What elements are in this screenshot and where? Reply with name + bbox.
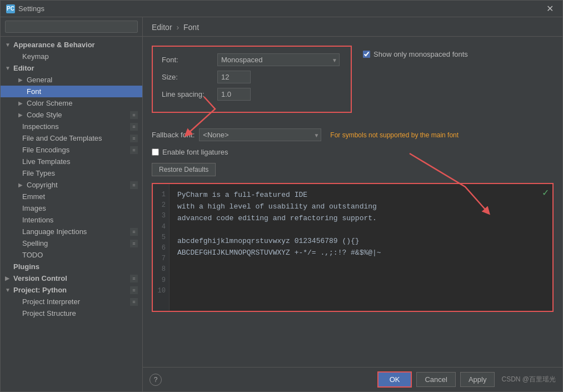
font-settings-box: Font: ▼ Size: Line s [152,46,352,113]
title-bar: PC Settings ✕ [1,1,562,17]
sidebar-item-project-python[interactable]: Project: Python ≡ [1,284,142,296]
sidebar-item-inspections[interactable]: Inspections ≡ [1,121,142,132]
badge-icon: ≡ [130,111,138,119]
preview-line-5: abcdefghijklmnopqrstuvwxyz 0123456789 ()… [177,236,548,247]
main-content: Q▾ Appearance & Behavior Keymap Editor [1,17,562,391]
arrow-icon [18,182,25,188]
window-title: Settings [18,4,543,13]
sidebar-item-project-interpreter[interactable]: Project Interpreter ≡ [1,296,142,307]
preview-box: 1 2 3 4 5 6 7 8 9 10 PyCharm is a [152,183,554,312]
sidebar-item-editor[interactable]: Editor [1,62,142,74]
show-monospaced-wrap: Show only monospaced fonts [363,50,468,58]
line-spacing-label: Line spacing: [162,90,217,98]
arrow-icon [18,100,25,106]
preview-line-7 [177,259,548,271]
preview-line-4 [177,224,548,236]
search-input[interactable] [5,21,138,33]
cancel-button[interactable]: Cancel [416,372,455,387]
sidebar-item-live-templates[interactable]: Live Templates [1,156,142,167]
arrow-icon [5,275,12,281]
preview-line-numbers: 1 2 3 4 5 6 7 8 9 10 [153,184,170,311]
fallback-font-row: Fallback font: ▼ For symbols not support… [152,128,554,141]
badge-icon: ≡ [130,240,138,247]
right-panel: Editor › Font Font: ▼ [143,17,562,391]
arrow-icon [18,112,25,118]
sidebar-item-file-encodings[interactable]: File Encodings ≡ [1,144,142,156]
sidebar-item-language-injections[interactable]: Language Injections ≡ [1,226,142,237]
show-monospaced-checkbox[interactable] [363,51,370,58]
sidebar-item-general[interactable]: General [1,74,142,86]
badge-icon: ≡ [130,135,138,142]
badge-icon: ≡ [130,146,138,154]
font-input[interactable] [217,53,340,66]
preview-line-10 [177,294,548,305]
arrow-icon [5,65,12,71]
sidebar: Q▾ Appearance & Behavior Keymap Editor [1,17,143,391]
restore-defaults-button[interactable]: Restore Defaults [152,163,216,176]
apply-button[interactable]: Apply [460,372,495,387]
size-row: Size: [162,71,342,83]
badge-icon: ≡ [130,181,138,189]
sidebar-item-intentions[interactable]: Intentions [1,214,142,226]
nav-tree: Appearance & Behavior Keymap Editor Gene… [1,37,142,391]
sidebar-item-emmet[interactable]: Emmet [1,191,142,202]
badge-icon: ≡ [130,228,138,236]
ligatures-checkbox[interactable] [152,148,159,156]
badge-icon: ≡ [130,286,138,294]
search-wrap: Q▾ [5,21,138,33]
sidebar-item-spelling[interactable]: Spelling ≡ [1,237,142,249]
preview-line-8 [177,271,548,282]
sidebar-item-copyright[interactable]: Copyright ≡ [1,179,142,191]
fallback-font-input[interactable] [199,128,321,141]
fallback-font-label: Fallback font: [152,131,195,139]
font-dropdown-wrap: ▼ [217,53,340,66]
line-spacing-row: Line spacing: [162,88,342,101]
check-icon: ✓ [542,187,549,198]
fallback-note: For symbols not supported by the main fo… [330,131,459,139]
breadcrumb-sep: › [176,23,181,32]
line-spacing-input[interactable] [217,88,251,101]
preview-text: PyCharm is a full-featured IDE with a hi… [173,184,552,311]
ligatures-label: Enable font ligatures [162,148,228,156]
badge-icon: ≡ [130,123,138,131]
sidebar-item-color-scheme[interactable]: Color Scheme [1,97,142,109]
sidebar-item-project-structure[interactable]: Project Structure [1,307,142,319]
ok-button[interactable]: OK [377,371,412,388]
preview-line-6: ABCDEFGHIJKLMNOPQRSTUVWXYZ +-*/= .,;:!? … [177,247,548,259]
size-label: Size: [162,73,217,81]
sidebar-item-todo[interactable]: TODO [1,249,142,261]
panel-body-wrap: Font: ▼ Size: Line s [143,37,562,367]
preview-line-1: PyCharm is a full-featured IDE [177,190,548,201]
breadcrumb: Editor › Font [143,17,562,37]
font-row: Font: ▼ [162,53,342,66]
panel-body: Font: ▼ Size: Line s [143,37,562,367]
sidebar-item-plugins[interactable]: Plugins [1,261,142,272]
close-button[interactable]: ✕ [543,2,557,15]
sidebar-item-file-types[interactable]: File Types [1,167,142,179]
help-button[interactable]: ? [150,374,162,386]
ligatures-row: Enable font ligatures [152,148,554,156]
size-input[interactable] [217,71,251,83]
arrow-icon [5,42,12,48]
bottom-bar: ? OK Cancel Apply CSDN @百里瑶光 [143,367,562,391]
arrow-icon [18,77,25,83]
sidebar-item-code-style[interactable]: Code Style ≡ [1,109,142,121]
sidebar-item-font[interactable]: Font [1,86,142,97]
preview-line-2: with a high level of usability and outst… [177,201,548,213]
settings-window: PC Settings ✕ Q▾ Appearance & Behavior K… [0,0,563,392]
search-box: Q▾ [1,17,142,37]
badge-icon: ≡ [130,275,138,282]
badge-icon: ≡ [130,298,138,306]
show-monospaced-label: Show only monospaced fonts [373,50,468,58]
sidebar-item-version-control[interactable]: Version Control ≡ [1,272,142,284]
sidebar-item-keymap[interactable]: Keymap [1,51,142,62]
sidebar-item-appearance-behavior[interactable]: Appearance & Behavior [1,39,142,51]
arrow-icon [5,287,12,293]
fallback-dropdown-wrap: ▼ [199,128,321,141]
app-icon: PC [6,4,15,13]
show-monospaced-row: Show only monospaced fonts [363,50,468,58]
preview-line-3: advanced code editing and refactoring su… [177,213,548,225]
preview-line-9 [177,282,548,294]
sidebar-item-file-code-templates[interactable]: File and Code Templates ≡ [1,132,142,144]
sidebar-item-images[interactable]: Images [1,202,142,214]
